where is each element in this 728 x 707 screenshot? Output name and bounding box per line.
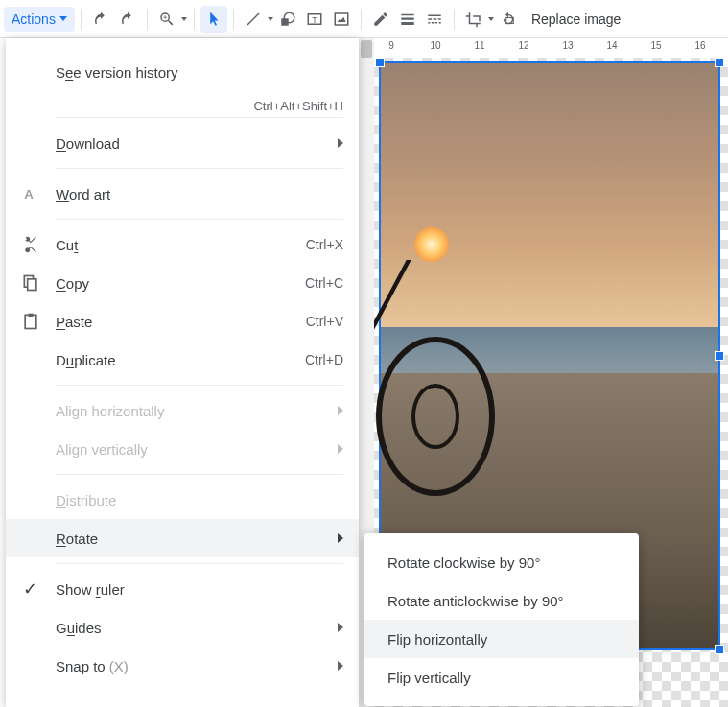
copy-icon xyxy=(21,273,40,293)
menu-label: Align horizontally xyxy=(56,403,328,419)
submenu-flip-vertical[interactable]: Flip vertically xyxy=(364,658,639,696)
scrollbar-thumb[interactable] xyxy=(361,40,372,58)
pencil-icon xyxy=(372,11,389,28)
crop-icon xyxy=(465,11,482,28)
separator xyxy=(56,563,343,564)
menu-copy[interactable]: Copy Ctrl+C xyxy=(6,264,359,302)
redo-button[interactable] xyxy=(114,6,141,33)
actions-menu-button[interactable]: Actions xyxy=(4,7,75,32)
svg-rect-8 xyxy=(428,14,441,16)
ruler-mark: 12 xyxy=(518,40,528,51)
reset-image-button[interactable] xyxy=(495,6,522,33)
menu-word-art[interactable]: A Word art xyxy=(6,175,359,213)
menu-align-vertically: Align vertically xyxy=(6,430,359,468)
separator xyxy=(361,9,362,30)
resize-handle-tr[interactable] xyxy=(715,58,724,67)
separator xyxy=(81,9,82,30)
actions-menu: See version history Ctrl+Alt+Shift+H Dow… xyxy=(6,38,359,707)
submenu-arrow-icon xyxy=(338,444,343,454)
shape-tool-button[interactable] xyxy=(274,6,301,33)
svg-rect-19 xyxy=(28,279,36,291)
replace-image-button[interactable]: Replace image xyxy=(522,12,630,27)
menu-label: Cut xyxy=(56,237,296,253)
scissors-icon xyxy=(21,235,40,254)
menu-label: Align vertically xyxy=(56,441,328,458)
svg-rect-9 xyxy=(428,18,432,20)
border-color-button[interactable] xyxy=(367,6,394,33)
svg-rect-21 xyxy=(29,314,34,317)
separator xyxy=(56,117,343,118)
check-icon: ✓ xyxy=(23,578,37,600)
shortcut: Ctrl+C xyxy=(305,275,343,291)
menu-guides[interactable]: Guides xyxy=(6,608,359,647)
resize-handle-br[interactable] xyxy=(715,645,724,654)
separator xyxy=(56,219,343,220)
menu-download[interactable]: Download xyxy=(6,124,359,162)
separator xyxy=(194,9,195,30)
ruler-mark: 15 xyxy=(650,40,661,51)
submenu-rotate-cw[interactable]: Rotate clockwise by 90° xyxy=(364,543,639,581)
zoom-dropdown[interactable] xyxy=(180,6,188,33)
pointer-icon xyxy=(205,11,223,28)
toolbar: Actions T Replace image xyxy=(0,0,728,38)
border-weight-button[interactable] xyxy=(394,6,421,33)
svg-rect-14 xyxy=(435,22,437,24)
svg-rect-5 xyxy=(401,13,414,15)
line-dropdown[interactable] xyxy=(267,6,274,33)
resize-handle-mr[interactable] xyxy=(715,351,724,361)
ruler-mark: 9 xyxy=(388,40,394,51)
ruler-mark: 10 xyxy=(430,40,440,51)
clipboard-icon xyxy=(21,312,40,331)
menu-show-ruler[interactable]: ✓ Show ruler xyxy=(6,570,359,608)
dropdown-icon xyxy=(59,16,67,21)
menu-label: Guides xyxy=(56,620,328,636)
border-dash-button[interactable] xyxy=(421,6,448,33)
menu-duplicate[interactable]: Duplicate Ctrl+D xyxy=(6,341,359,379)
shortcut: Ctrl+V xyxy=(306,314,343,329)
svg-rect-13 xyxy=(432,22,434,24)
redo-icon xyxy=(119,11,136,28)
submenu-rotate-acw[interactable]: Rotate anticlockwise by 90° xyxy=(364,581,639,620)
chevron-down-icon xyxy=(268,17,273,21)
svg-text:T: T xyxy=(312,14,317,24)
rotate-submenu: Rotate clockwise by 90° Rotate anticlock… xyxy=(364,533,639,706)
menu-snap-to[interactable]: Snap to(X) xyxy=(6,647,359,685)
svg-rect-7 xyxy=(401,22,414,25)
zoom-button[interactable] xyxy=(153,6,180,33)
menu-paste[interactable]: Paste Ctrl+V xyxy=(6,302,359,341)
separator xyxy=(56,168,343,169)
crop-dropdown[interactable] xyxy=(487,6,495,33)
menu-rotate[interactable]: Rotate xyxy=(6,519,359,557)
menu-version-history[interactable]: See version history Ctrl+Alt+Shift+H xyxy=(6,48,359,96)
reset-image-icon xyxy=(500,11,517,28)
shortcut: Ctrl+Alt+Shift+H xyxy=(253,99,343,113)
select-tool-button[interactable] xyxy=(200,6,227,33)
submenu-flip-horizontal[interactable]: Flip horizontally xyxy=(364,620,639,658)
menu-cut[interactable]: Cut Ctrl+X xyxy=(6,225,359,264)
resize-handle-tl[interactable] xyxy=(375,58,385,67)
menu-label: Snap to(X) xyxy=(56,658,328,674)
line-weight-icon xyxy=(399,11,416,28)
submenu-arrow-icon xyxy=(338,138,343,148)
shortcut: Ctrl+D xyxy=(305,352,343,367)
menu-label: Paste xyxy=(56,314,296,330)
svg-rect-11 xyxy=(438,18,441,20)
menu-distribute: Distribute xyxy=(6,481,359,519)
zoom-icon xyxy=(158,11,176,28)
submenu-arrow-icon xyxy=(338,623,343,632)
svg-rect-12 xyxy=(428,22,430,24)
shape-icon xyxy=(279,11,296,28)
undo-icon xyxy=(92,11,109,28)
line-dash-icon xyxy=(426,11,443,28)
menu-label: Rotate xyxy=(56,530,328,547)
menu-label: Download xyxy=(56,135,328,152)
line-tool-button[interactable] xyxy=(240,6,267,33)
image-tool-button[interactable] xyxy=(328,6,355,33)
svg-rect-10 xyxy=(433,18,436,20)
menu-label: Duplicate xyxy=(56,352,295,368)
separator xyxy=(233,9,234,30)
crop-button[interactable] xyxy=(460,6,487,33)
shortcut: Ctrl+X xyxy=(306,237,343,252)
textbox-tool-button[interactable]: T xyxy=(301,6,328,33)
undo-button[interactable] xyxy=(87,6,114,33)
